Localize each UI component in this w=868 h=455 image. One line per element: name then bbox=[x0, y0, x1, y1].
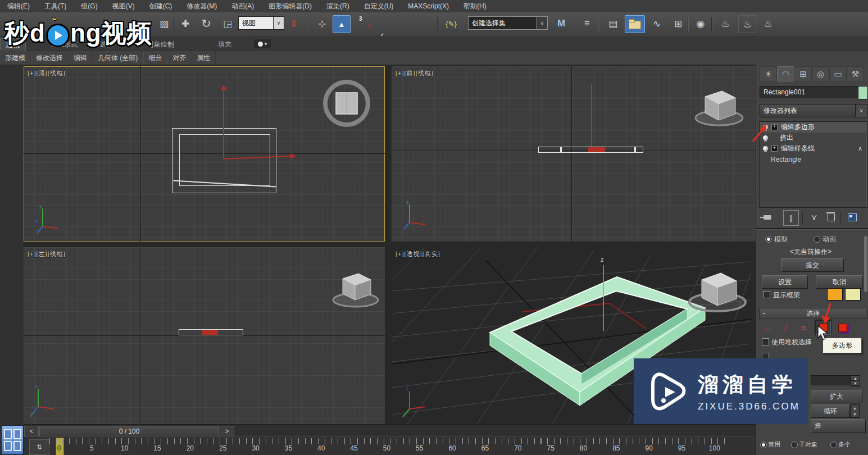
get-stack-selection-button[interactable]: 择 bbox=[811, 419, 866, 433]
menu-views[interactable]: 视图(V) bbox=[105, 2, 142, 11]
paint-selection-icon[interactable]: ▨ bbox=[156, 15, 172, 32]
preview-subobj-radio[interactable] bbox=[791, 442, 798, 448]
viewcube-top[interactable] bbox=[316, 76, 378, 133]
move-icon[interactable]: ✚ bbox=[177, 15, 194, 32]
expand-plus-icon[interactable]: + bbox=[771, 124, 778, 130]
show-cage-label[interactable]: 显示框架 bbox=[773, 290, 800, 300]
previous-frame-button[interactable]: < bbox=[24, 426, 39, 437]
chevron-down-icon[interactable]: ∨ bbox=[855, 104, 867, 117]
menu-animation[interactable]: 动画(A) bbox=[224, 2, 261, 11]
material-editor-icon[interactable]: ◉ bbox=[692, 15, 709, 32]
preview-off-label[interactable]: 禁用 bbox=[768, 440, 780, 449]
reference-coordinate-dropdown[interactable]: 视图 ∨ bbox=[238, 17, 284, 29]
cage-color-swatch[interactable] bbox=[827, 288, 843, 301]
show-cage-checkbox[interactable] bbox=[763, 291, 770, 298]
remove-modifier-icon[interactable] bbox=[824, 210, 838, 225]
tab-hierarchy-icon[interactable]: ⊞ bbox=[794, 66, 812, 81]
subobject-spline-icon[interactable]: ⊃ bbox=[797, 322, 810, 334]
pin-stack-icon[interactable] bbox=[760, 210, 775, 225]
open-mini-curve-editor-icon[interactable]: ⇅ bbox=[29, 439, 49, 455]
named-selection-set-dropdown[interactable]: 创建选择集 ∨ bbox=[468, 17, 548, 29]
render-setup-icon[interactable]: ♨ bbox=[717, 15, 734, 32]
viewport-top[interactable]: [+][顶][线框] y z bbox=[24, 66, 385, 242]
schematic-view-icon[interactable]: ⊞ bbox=[670, 15, 687, 32]
track-bar[interactable]: 05 1015 2025 3035 4045 5055 6065 7075 80… bbox=[0, 436, 756, 455]
named-selection-sets-icon[interactable]: {✎} bbox=[443, 15, 460, 32]
menu-modifiers[interactable]: 修改器(M) bbox=[179, 2, 224, 11]
spinner-arrows[interactable]: ▲▼ bbox=[850, 404, 860, 418]
viewport-front-label[interactable]: [+][前][线框] bbox=[396, 69, 434, 78]
viewcube-perspective[interactable] bbox=[684, 261, 751, 322]
commit-button[interactable]: 提交 bbox=[781, 258, 844, 272]
mirror-icon[interactable]: M bbox=[553, 15, 570, 32]
subobject-element-icon[interactable] bbox=[838, 324, 847, 332]
show-end-result-icon[interactable]: ∥ bbox=[783, 210, 799, 226]
radio-model[interactable] bbox=[765, 236, 772, 243]
menu-group[interactable]: 组(G) bbox=[74, 2, 104, 11]
tab-display-icon[interactable]: ▭ bbox=[829, 66, 847, 81]
panel-align[interactable]: 对齐 bbox=[167, 51, 192, 65]
preview-multi-radio[interactable] bbox=[830, 442, 837, 448]
panel-subdivision[interactable]: 细分 bbox=[143, 51, 167, 65]
subobject-vertex-icon[interactable]: ∴ bbox=[761, 322, 774, 334]
named-selection-set-value[interactable]: 创建选择集 bbox=[468, 16, 537, 30]
rendered-frame-window-icon[interactable]: ♨ bbox=[738, 15, 756, 33]
expand-plus-icon[interactable]: + bbox=[771, 145, 778, 152]
radio-animation[interactable] bbox=[814, 236, 820, 243]
object-name-field[interactable]: Rectangle001 bbox=[760, 86, 860, 98]
viewport-perspective-label[interactable]: [+][透视][真实] bbox=[396, 250, 440, 258]
visibility-bulb-icon[interactable] bbox=[763, 146, 768, 151]
chevron-down-icon[interactable]: ∨ bbox=[537, 16, 548, 30]
panel-polygon-modeling[interactable]: 形建模 bbox=[0, 51, 31, 65]
tab-create-icon[interactable]: ☀ bbox=[760, 66, 777, 81]
panel-modify-selection[interactable]: 修改选择 bbox=[31, 51, 69, 65]
preview-subobj-label[interactable]: 子对象 bbox=[799, 440, 817, 449]
use-stack-selection-label[interactable]: 使用堆栈选择 bbox=[771, 338, 812, 347]
modifier-edit-poly[interactable]: + 编辑多边形 bbox=[760, 122, 867, 133]
menu-graph-editors[interactable]: 图形编辑器(D) bbox=[261, 2, 319, 11]
next-frame-button[interactable]: > bbox=[220, 426, 234, 437]
subobject-segment-icon[interactable]: ╱ bbox=[779, 322, 792, 334]
menu-help[interactable]: 帮助(H) bbox=[456, 2, 494, 11]
render-production-icon[interactable]: ♨ bbox=[760, 15, 776, 32]
chevron-up-icon[interactable]: ∧ bbox=[858, 145, 862, 152]
loop-button[interactable]: 循环 bbox=[811, 404, 850, 418]
ribbon-more-dropdown[interactable]: ▾ bbox=[254, 39, 271, 48]
configure-modifier-sets-icon[interactable] bbox=[845, 210, 860, 225]
select-and-place-icon[interactable]: ⇕ bbox=[285, 15, 302, 32]
reference-coordinate-value[interactable]: 视图 bbox=[238, 16, 274, 30]
viewport-front[interactable]: [+][前][线框] z bbox=[392, 66, 756, 242]
scale-icon[interactable]: ◲ bbox=[219, 15, 236, 32]
modifier-edit-spline[interactable]: + 编辑样条线 ∧ bbox=[760, 143, 867, 154]
viewcube-front[interactable] bbox=[688, 80, 750, 133]
object-color-swatch[interactable] bbox=[858, 86, 868, 99]
viewport-left[interactable]: [+][左][线框] y z bbox=[24, 247, 385, 424]
panel-edit[interactable]: 编辑 bbox=[69, 51, 93, 65]
selection-rollout-header[interactable]: - 选择 bbox=[759, 308, 867, 319]
panel-geometry-all[interactable]: 几何体 (全部) bbox=[93, 51, 143, 65]
menu-edit[interactable]: 编辑(E) bbox=[0, 2, 37, 11]
collapse-icon[interactable]: - bbox=[763, 310, 765, 317]
settings-button[interactable]: 设置 bbox=[762, 275, 808, 289]
radio-animation-label[interactable]: 动画 bbox=[822, 235, 836, 244]
curve-editor-icon[interactable]: ∿ bbox=[648, 15, 665, 32]
chevron-down-icon[interactable]: ∨ bbox=[274, 16, 284, 30]
menu-rendering[interactable]: 渲染(R) bbox=[319, 2, 357, 11]
rotate-icon[interactable]: ↻ bbox=[198, 15, 215, 32]
menu-maxscript[interactable]: MAXScript(X) bbox=[401, 2, 456, 10]
base-object-rectangle[interactable]: Rectangle bbox=[760, 154, 867, 165]
radio-model-label[interactable]: 模型 bbox=[774, 235, 788, 244]
panel-scrollbar[interactable] bbox=[864, 236, 867, 292]
preview-off-radio[interactable] bbox=[760, 442, 767, 448]
tab-utilities-icon[interactable]: ⚒ bbox=[847, 66, 864, 81]
viewport-layout-button[interactable] bbox=[1, 425, 24, 454]
viewcube-left[interactable] bbox=[325, 263, 385, 316]
modifier-extrude[interactable]: 挤出 bbox=[760, 133, 867, 143]
viewport-left-label[interactable]: [+][左][线框] bbox=[28, 250, 66, 258]
tab-modify-icon[interactable]: ◠ bbox=[777, 66, 794, 81]
keyboard-override-icon[interactable]: ▲ bbox=[333, 15, 351, 33]
tab-motion-icon[interactable]: ◎ bbox=[812, 66, 829, 81]
viewport-top-label[interactable]: [+][顶][线框] bbox=[28, 69, 66, 78]
cage-selected-color-swatch[interactable] bbox=[845, 288, 861, 301]
manipulate-icon[interactable]: ⊹ bbox=[313, 15, 330, 32]
